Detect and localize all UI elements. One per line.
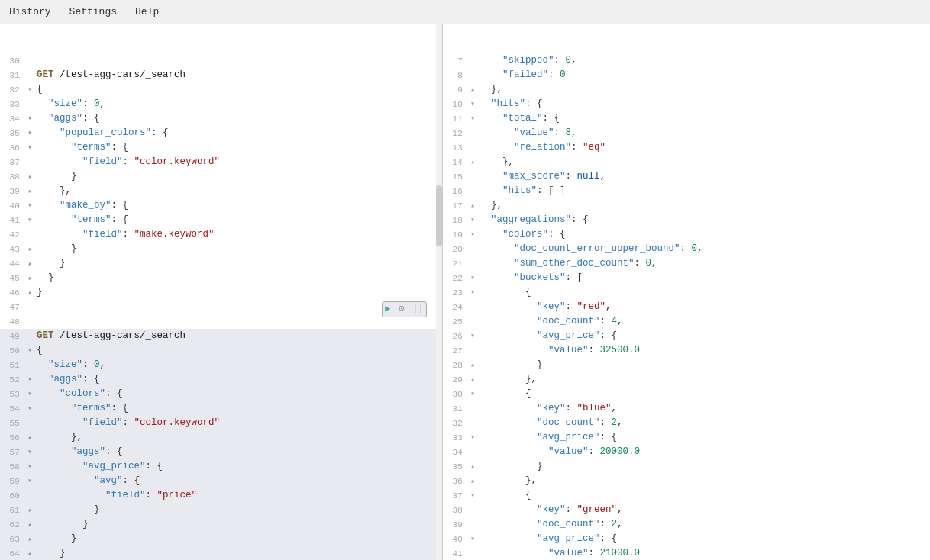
right-line-40: 40▾ "avg_price": { xyxy=(443,532,930,546)
fold-arrow[interactable]: ▾ xyxy=(24,343,35,358)
fold-arrow[interactable]: ▾ xyxy=(24,213,35,227)
line-number: 31 xyxy=(0,68,24,82)
fold-arrow[interactable]: ▾ xyxy=(467,111,478,126)
left-line-61: 61▴ } xyxy=(0,503,442,517)
fold-arrow[interactable]: ▴ xyxy=(467,372,478,387)
fold-arrow[interactable]: ▾ xyxy=(467,97,478,111)
menu-settings[interactable]: Settings xyxy=(66,5,120,19)
fold-arrow[interactable]: ▴ xyxy=(467,459,478,474)
line-content: "terms": { xyxy=(35,401,442,416)
line-content: "key": "red", xyxy=(478,300,930,314)
fold-arrow[interactable]: ▾ xyxy=(24,474,35,488)
fold-arrow[interactable]: ▾ xyxy=(24,198,35,213)
fold-arrow[interactable]: ▴ xyxy=(24,430,35,445)
left-scrollbar[interactable] xyxy=(436,24,442,560)
run-button[interactable]: ▶ xyxy=(385,302,390,317)
fold-arrow[interactable]: ▾ xyxy=(467,285,478,300)
line-number: 40 xyxy=(0,198,24,213)
line-number: 34 xyxy=(0,111,24,126)
line-content: "avg_price": { xyxy=(35,459,442,474)
fold-arrow[interactable]: ▾ xyxy=(467,213,478,227)
fold-arrow[interactable]: ▾ xyxy=(467,271,478,285)
line-number: 51 xyxy=(0,358,24,372)
right-line-16: 16 "hits": [ ] xyxy=(443,184,930,198)
right-line-32: 32 "doc_count": 2, xyxy=(443,416,930,430)
fold-arrow[interactable]: ▾ xyxy=(467,532,478,546)
left-code-area: 3031GET /test-agg-cars/_search32▾{33 "si… xyxy=(0,24,442,560)
fold-arrow[interactable]: ▴ xyxy=(467,155,478,169)
line-number: 32 xyxy=(0,82,24,97)
line-content: "aggs": { xyxy=(35,372,442,387)
line-number: 41 xyxy=(443,546,467,560)
right-line-31: 31 "key": "blue", xyxy=(443,401,930,416)
line-number: 25 xyxy=(443,314,467,329)
fold-arrow[interactable]: ▾ xyxy=(24,401,35,416)
line-number: 39 xyxy=(0,184,24,198)
right-line-7: 7 "skipped": 0, xyxy=(443,53,930,68)
right-line-26: 26▾ "avg_price": { xyxy=(443,329,930,343)
line-content: } xyxy=(35,546,442,560)
line-content: "field": "make.keyword" xyxy=(35,227,442,242)
fold-arrow[interactable]: ▴ xyxy=(24,242,35,256)
fold-arrow[interactable]: ▴ xyxy=(24,532,35,546)
fold-arrow[interactable]: ▴ xyxy=(24,184,35,198)
left-line-59: 59▾ "avg": { xyxy=(0,474,442,488)
line-number: 33 xyxy=(443,430,467,445)
line-number: 64 xyxy=(0,546,24,560)
fold-arrow[interactable]: ▾ xyxy=(24,140,35,155)
line-content: "make_by": { xyxy=(35,198,442,213)
left-line-34: 34▾ "aggs": { xyxy=(0,111,442,126)
left-scrollbar-thumb[interactable] xyxy=(436,185,442,246)
fold-arrow[interactable]: ▴ xyxy=(24,285,35,300)
fold-arrow[interactable]: ▴ xyxy=(467,474,478,488)
left-line-38: 38▴ } xyxy=(0,169,442,184)
left-line-55: 55 "field": "color.keyword" xyxy=(0,416,442,430)
fold-arrow[interactable]: ▾ xyxy=(24,387,35,401)
fold-arrow[interactable]: ▴ xyxy=(24,169,35,184)
line-content: "aggs": { xyxy=(35,445,442,459)
menu-history[interactable]: History xyxy=(6,5,54,19)
fold-arrow[interactable]: ▴ xyxy=(467,358,478,372)
right-line-23: 23▾ { xyxy=(443,285,930,300)
line-content: "avg_price": { xyxy=(478,329,930,343)
line-number: 36 xyxy=(0,140,24,155)
fold-arrow[interactable]: ▾ xyxy=(24,445,35,459)
line-number: 33 xyxy=(0,97,24,111)
fold-arrow[interactable]: ▴ xyxy=(24,503,35,517)
fold-arrow[interactable]: ▾ xyxy=(24,372,35,387)
left-line-37: 37 "field": "color.keyword" xyxy=(0,155,442,169)
fold-arrow[interactable]: ▾ xyxy=(24,82,35,97)
line-number: 34 xyxy=(443,445,467,459)
fold-arrow[interactable]: ▴ xyxy=(24,271,35,285)
fold-arrow[interactable]: ▴ xyxy=(467,82,478,97)
fold-arrow[interactable]: ▴ xyxy=(24,256,35,271)
fold-arrow[interactable]: ▾ xyxy=(467,488,478,503)
line-number: 35 xyxy=(443,459,467,474)
line-content: } xyxy=(35,256,442,271)
fold-arrow[interactable]: ▾ xyxy=(467,329,478,343)
line-number: 15 xyxy=(443,169,467,184)
menu-help[interactable]: Help xyxy=(132,5,162,19)
fold-arrow[interactable]: ▴ xyxy=(467,198,478,213)
right-line-19: 19▾ "colors": { xyxy=(443,227,930,242)
line-number: 29 xyxy=(443,372,467,387)
line-number: 61 xyxy=(0,503,24,517)
fold-arrow[interactable]: ▾ xyxy=(467,227,478,242)
line-number: 14 xyxy=(443,155,467,169)
left-line-52: 52▾ "aggs": { xyxy=(0,372,442,387)
fold-arrow[interactable]: ▴ xyxy=(24,546,35,560)
left-line-58: 58▾ "avg_price": { xyxy=(0,459,442,474)
fold-arrow[interactable]: ▾ xyxy=(24,126,35,140)
left-line-40: 40▾ "make_by": { xyxy=(0,198,442,213)
fold-arrow[interactable]: ▾ xyxy=(24,459,35,474)
left-line-54: 54▾ "terms": { xyxy=(0,401,442,416)
fold-arrow[interactable]: ▾ xyxy=(467,387,478,401)
line-content: "aggregations": { xyxy=(478,213,930,227)
line-content: { xyxy=(478,488,930,503)
left-line-32: 32▾{ xyxy=(0,82,442,97)
fold-arrow[interactable]: ▾ xyxy=(467,430,478,445)
right-panel: 7 "skipped": 0,8 "failed": 09▴ },10▾ "hi… xyxy=(443,24,930,560)
line-number: 9 xyxy=(443,82,467,97)
fold-arrow[interactable]: ▴ xyxy=(24,517,35,532)
fold-arrow[interactable]: ▾ xyxy=(24,111,35,126)
